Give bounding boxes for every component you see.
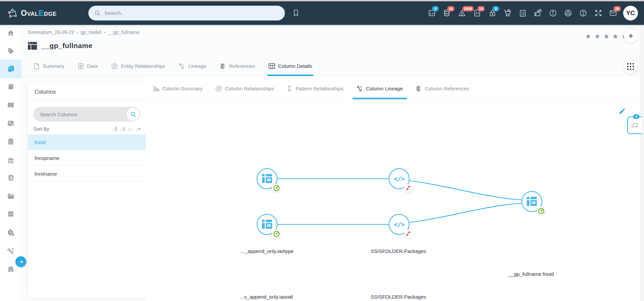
glossary-icon[interactable]: [7, 83, 14, 91]
global-search-input[interactable]: [104, 10, 279, 16]
lineage-node-ssis-package[interactable]: </>: [389, 168, 410, 189]
knowledge-book-icon[interactable]: [7, 101, 15, 109]
tab-column-details[interactable]: Column Details: [268, 62, 312, 75]
scheduler-icon[interactable]: [7, 228, 15, 236]
star-icon[interactable]: ★: [603, 32, 609, 40]
catalog-icon[interactable]: [7, 65, 15, 73]
column-detail-subtabs: Column Summary @ Column Relationships Pa…: [153, 85, 469, 98]
breadcrumb-separator: ›: [104, 30, 105, 35]
breadcrumb-separator: ›: [77, 30, 78, 35]
checklist-icon[interactable]: [518, 9, 527, 17]
breadcrumb-connection[interactable]: Greenplum_26-09-22: [28, 30, 74, 35]
tab-summary[interactable]: Summary: [34, 62, 64, 75]
governance-icon[interactable]: [7, 157, 15, 164]
add-button[interactable]: +: [624, 29, 638, 43]
lineage-node-source-table[interactable]: [257, 168, 277, 189]
star-icon[interactable]: ★: [585, 32, 591, 40]
lineage-node-label: SSISFOLDER.Packages: [371, 248, 426, 254]
jobs-icon[interactable]: 14: [473, 9, 482, 17]
brand-name: OVALEDGE: [21, 9, 57, 18]
edit-lineage-icon[interactable]: [618, 108, 625, 115]
home-icon[interactable]: [7, 29, 14, 37]
search-icon: [94, 10, 100, 16]
sort-by-label: Sort By: [33, 126, 49, 132]
rating-stars: ★ ★ ★ ★ ★: [585, 32, 628, 40]
tab-entity-relationships[interactable]: @ Entity Relationships: [111, 62, 165, 75]
contacts-icon[interactable]: [7, 174, 14, 181]
tab-lineage[interactable]: Lineage: [179, 62, 206, 75]
star-icon[interactable]: ★: [594, 32, 600, 40]
columns-panel-title: Columns: [28, 82, 146, 101]
subtab-column-references[interactable]: Column References: [416, 85, 470, 98]
code-icon: </>: [394, 221, 404, 228]
sort-order-icon[interactable]: ↕––: [128, 127, 132, 132]
certified-badge-icon: [272, 184, 281, 192]
browser-icon[interactable]: [564, 9, 572, 17]
messages-icon[interactable]: 26: [609, 9, 618, 17]
scrollbar-gutter[interactable]: [640, 25, 644, 301]
alerts-icon[interactable]: 2906: [458, 9, 467, 17]
info-icon[interactable]: [549, 9, 557, 17]
deployment-badge: 0: [432, 6, 439, 11]
sort-numeric-icon[interactable]: ↓19: [121, 127, 124, 132]
sort-favorite-icon[interactable]: ↓★: [136, 127, 140, 132]
comments-panel-tab[interactable]: 0: [627, 117, 642, 134]
tab-references[interactable]: References: [220, 62, 255, 75]
subtabs-divider: [146, 99, 640, 99]
database-icon[interactable]: 16: [443, 9, 452, 17]
tags-icon[interactable]: [7, 47, 14, 55]
column-lineage-area: Column Summary @ Column Relationships Pa…: [146, 76, 640, 301]
main-content: Greenplum_26-09-22 › gp_toolkit › __gp_f…: [21, 25, 644, 301]
organization-icon[interactable]: [7, 265, 14, 273]
bookmark-icon[interactable]: [292, 9, 300, 17]
star-icon[interactable]: ★: [612, 32, 618, 40]
sort-by-row: Sort By ↓AZ ↓19 ↕–– ↓★: [33, 126, 140, 132]
user-avatar[interactable]: YC: [623, 6, 638, 20]
requests-icon[interactable]: [7, 138, 14, 145]
lineage-node-source-table[interactable]: [257, 214, 277, 235]
sort-icons: ↓AZ ↓19 ↕–– ↓★: [113, 127, 140, 132]
ovaledge-logo-icon: [7, 8, 17, 18]
expand-sidebar-button[interactable]: [15, 256, 26, 267]
columns-panel: Columns Sort By ↓AZ ↓19 ↕–– ↓★ fnoid fnn…: [28, 82, 146, 298]
svg-text:@: @: [217, 87, 220, 90]
query-sheet-icon[interactable]: [7, 210, 14, 218]
breadcrumb: Greenplum_26-09-22 › gp_toolkit › __gp_f…: [28, 30, 140, 35]
messages-badge: 26: [613, 6, 621, 11]
fullscreen-icon[interactable]: [594, 9, 603, 17]
subtab-column-relationships[interactable]: @ Column Relationships: [215, 85, 274, 98]
columns-search-input[interactable]: [39, 111, 118, 118]
tools-icon[interactable]: [7, 247, 14, 254]
lineage-node-label: __gp_fullname.fnoid: [508, 271, 554, 277]
deployment-icon[interactable]: 0: [428, 9, 436, 17]
column-list-item[interactable]: fnrelname: [28, 166, 146, 182]
subtab-column-summary[interactable]: Column Summary: [153, 85, 203, 98]
columns-list: fnoid fnnspname fnrelname: [28, 134, 146, 182]
security-badge: 0: [492, 6, 499, 11]
top-navbar: OVALEDGE 0 16 2906: [0, 1, 644, 25]
approve-icon[interactable]: [533, 9, 542, 17]
breadcrumb-schema[interactable]: gp_toolkit: [81, 30, 101, 35]
columns-search: [33, 107, 140, 122]
lineage-node-label: ..._append_only.iaotype: [241, 248, 294, 254]
subtab-column-lineage[interactable]: Column Lineage: [356, 85, 403, 98]
lineage-node-ssis-package[interactable]: </>: [389, 214, 410, 235]
lineage-node-label: SSISFOLDER.Packages: [371, 294, 426, 300]
ssis-badge-icon: [404, 184, 413, 192]
security-lock-icon[interactable]: 0: [488, 9, 497, 17]
sort-alpha-icon[interactable]: ↓AZ: [113, 127, 117, 132]
code-icon: </>: [394, 175, 404, 182]
column-list-item[interactable]: fnnspname: [28, 150, 146, 166]
files-icon[interactable]: [7, 192, 15, 200]
lineage-node-target-column[interactable]: [521, 191, 542, 212]
cart-icon[interactable]: [503, 9, 512, 17]
apps-grid-button[interactable]: [624, 59, 638, 74]
column-list-item[interactable]: fnoid: [28, 134, 146, 150]
reports-icon[interactable]: [7, 120, 15, 127]
columns-search-button[interactable]: [127, 108, 139, 121]
help-icon[interactable]: [579, 9, 588, 17]
subtab-pattern-relationships[interactable]: Pattern Relationships: [287, 85, 344, 98]
breadcrumb-table[interactable]: __gp_fullname: [108, 30, 140, 35]
tab-data[interactable]: Data: [78, 62, 98, 75]
brand-logo[interactable]: OVALEDGE: [7, 8, 57, 18]
